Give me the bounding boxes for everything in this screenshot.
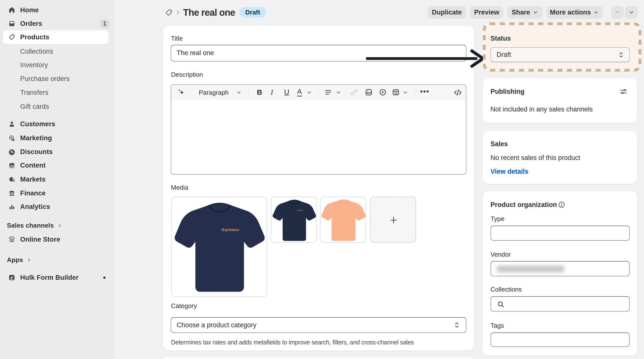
svg-text:printeez: printeez (297, 209, 303, 211)
svg-text:$: $ (13, 179, 15, 182)
svg-text:printeez: printeez (225, 228, 239, 232)
